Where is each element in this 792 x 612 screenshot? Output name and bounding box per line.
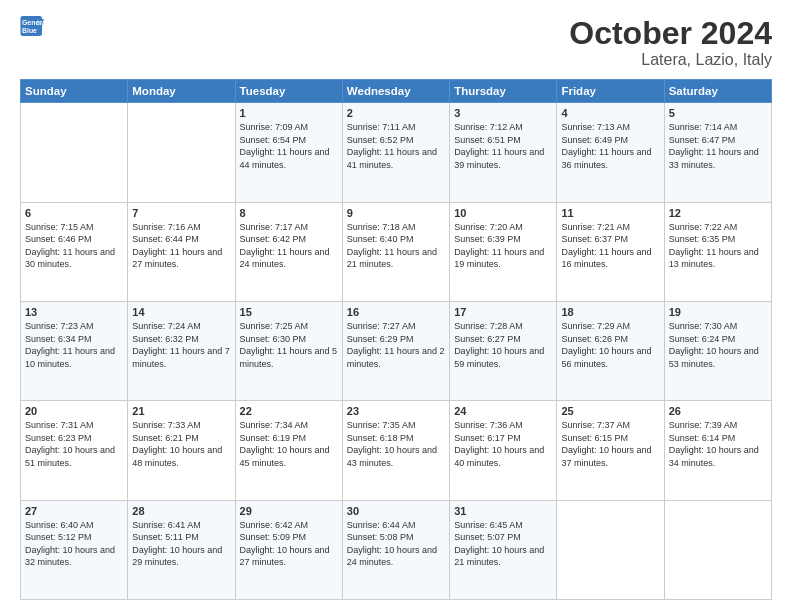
day-info: Sunrise: 7:30 AM Sunset: 6:24 PM Dayligh… [669, 320, 767, 370]
day-number: 18 [561, 306, 659, 318]
day-info: Sunrise: 7:09 AM Sunset: 6:54 PM Dayligh… [240, 121, 338, 171]
weekday-header-tuesday: Tuesday [235, 80, 342, 103]
title-block: October 2024 Latera, Lazio, Italy [569, 16, 772, 69]
weekday-header-thursday: Thursday [450, 80, 557, 103]
day-number: 27 [25, 505, 123, 517]
day-info: Sunrise: 7:28 AM Sunset: 6:27 PM Dayligh… [454, 320, 552, 370]
calendar-page: General Blue October 2024 Latera, Lazio,… [0, 0, 792, 612]
calendar-cell [664, 500, 771, 599]
day-number: 2 [347, 107, 445, 119]
day-number: 14 [132, 306, 230, 318]
calendar-cell: 14Sunrise: 7:24 AM Sunset: 6:32 PM Dayli… [128, 301, 235, 400]
calendar-header: SundayMondayTuesdayWednesdayThursdayFrid… [21, 80, 772, 103]
calendar-cell: 4Sunrise: 7:13 AM Sunset: 6:49 PM Daylig… [557, 103, 664, 202]
calendar-cell: 5Sunrise: 7:14 AM Sunset: 6:47 PM Daylig… [664, 103, 771, 202]
day-info: Sunrise: 6:41 AM Sunset: 5:11 PM Dayligh… [132, 519, 230, 569]
day-number: 1 [240, 107, 338, 119]
calendar-cell: 3Sunrise: 7:12 AM Sunset: 6:51 PM Daylig… [450, 103, 557, 202]
day-info: Sunrise: 7:39 AM Sunset: 6:14 PM Dayligh… [669, 419, 767, 469]
weekday-header-monday: Monday [128, 80, 235, 103]
calendar-week-1: 1Sunrise: 7:09 AM Sunset: 6:54 PM Daylig… [21, 103, 772, 202]
day-info: Sunrise: 6:44 AM Sunset: 5:08 PM Dayligh… [347, 519, 445, 569]
day-info: Sunrise: 7:31 AM Sunset: 6:23 PM Dayligh… [25, 419, 123, 469]
day-info: Sunrise: 7:23 AM Sunset: 6:34 PM Dayligh… [25, 320, 123, 370]
calendar-cell: 11Sunrise: 7:21 AM Sunset: 6:37 PM Dayli… [557, 202, 664, 301]
day-info: Sunrise: 6:45 AM Sunset: 5:07 PM Dayligh… [454, 519, 552, 569]
day-info: Sunrise: 7:25 AM Sunset: 6:30 PM Dayligh… [240, 320, 338, 370]
calendar-cell: 25Sunrise: 7:37 AM Sunset: 6:15 PM Dayli… [557, 401, 664, 500]
day-number: 5 [669, 107, 767, 119]
calendar-cell: 6Sunrise: 7:15 AM Sunset: 6:46 PM Daylig… [21, 202, 128, 301]
day-number: 24 [454, 405, 552, 417]
day-info: Sunrise: 7:14 AM Sunset: 6:47 PM Dayligh… [669, 121, 767, 171]
calendar-week-5: 27Sunrise: 6:40 AM Sunset: 5:12 PM Dayli… [21, 500, 772, 599]
day-info: Sunrise: 7:34 AM Sunset: 6:19 PM Dayligh… [240, 419, 338, 469]
day-info: Sunrise: 7:22 AM Sunset: 6:35 PM Dayligh… [669, 221, 767, 271]
day-info: Sunrise: 6:40 AM Sunset: 5:12 PM Dayligh… [25, 519, 123, 569]
day-info: Sunrise: 7:11 AM Sunset: 6:52 PM Dayligh… [347, 121, 445, 171]
weekday-header-sunday: Sunday [21, 80, 128, 103]
day-number: 22 [240, 405, 338, 417]
weekday-header-saturday: Saturday [664, 80, 771, 103]
calendar-cell: 30Sunrise: 6:44 AM Sunset: 5:08 PM Dayli… [342, 500, 449, 599]
calendar-cell: 10Sunrise: 7:20 AM Sunset: 6:39 PM Dayli… [450, 202, 557, 301]
day-info: Sunrise: 7:17 AM Sunset: 6:42 PM Dayligh… [240, 221, 338, 271]
day-number: 12 [669, 207, 767, 219]
weekday-header-wednesday: Wednesday [342, 80, 449, 103]
calendar-cell: 28Sunrise: 6:41 AM Sunset: 5:11 PM Dayli… [128, 500, 235, 599]
logo: General Blue [20, 16, 44, 36]
day-info: Sunrise: 7:24 AM Sunset: 6:32 PM Dayligh… [132, 320, 230, 370]
logo-icon: General Blue [20, 16, 44, 36]
calendar-cell: 20Sunrise: 7:31 AM Sunset: 6:23 PM Dayli… [21, 401, 128, 500]
day-info: Sunrise: 7:37 AM Sunset: 6:15 PM Dayligh… [561, 419, 659, 469]
day-number: 3 [454, 107, 552, 119]
day-info: Sunrise: 7:16 AM Sunset: 6:44 PM Dayligh… [132, 221, 230, 271]
day-info: Sunrise: 7:18 AM Sunset: 6:40 PM Dayligh… [347, 221, 445, 271]
day-number: 6 [25, 207, 123, 219]
day-number: 8 [240, 207, 338, 219]
calendar-cell: 13Sunrise: 7:23 AM Sunset: 6:34 PM Dayli… [21, 301, 128, 400]
calendar-cell [21, 103, 128, 202]
day-number: 15 [240, 306, 338, 318]
calendar-week-3: 13Sunrise: 7:23 AM Sunset: 6:34 PM Dayli… [21, 301, 772, 400]
weekday-header-friday: Friday [557, 80, 664, 103]
day-info: Sunrise: 7:33 AM Sunset: 6:21 PM Dayligh… [132, 419, 230, 469]
day-info: Sunrise: 7:15 AM Sunset: 6:46 PM Dayligh… [25, 221, 123, 271]
day-number: 30 [347, 505, 445, 517]
calendar-cell: 24Sunrise: 7:36 AM Sunset: 6:17 PM Dayli… [450, 401, 557, 500]
day-number: 31 [454, 505, 552, 517]
day-number: 7 [132, 207, 230, 219]
calendar-cell: 16Sunrise: 7:27 AM Sunset: 6:29 PM Dayli… [342, 301, 449, 400]
day-info: Sunrise: 7:36 AM Sunset: 6:17 PM Dayligh… [454, 419, 552, 469]
calendar-cell: 21Sunrise: 7:33 AM Sunset: 6:21 PM Dayli… [128, 401, 235, 500]
calendar-week-2: 6Sunrise: 7:15 AM Sunset: 6:46 PM Daylig… [21, 202, 772, 301]
day-info: Sunrise: 7:35 AM Sunset: 6:18 PM Dayligh… [347, 419, 445, 469]
day-number: 23 [347, 405, 445, 417]
day-info: Sunrise: 6:42 AM Sunset: 5:09 PM Dayligh… [240, 519, 338, 569]
day-number: 11 [561, 207, 659, 219]
day-info: Sunrise: 7:21 AM Sunset: 6:37 PM Dayligh… [561, 221, 659, 271]
calendar-cell: 15Sunrise: 7:25 AM Sunset: 6:30 PM Dayli… [235, 301, 342, 400]
calendar-cell: 12Sunrise: 7:22 AM Sunset: 6:35 PM Dayli… [664, 202, 771, 301]
calendar-cell: 2Sunrise: 7:11 AM Sunset: 6:52 PM Daylig… [342, 103, 449, 202]
day-number: 16 [347, 306, 445, 318]
calendar-title: October 2024 [569, 16, 772, 51]
calendar-cell: 7Sunrise: 7:16 AM Sunset: 6:44 PM Daylig… [128, 202, 235, 301]
day-number: 25 [561, 405, 659, 417]
calendar-cell: 18Sunrise: 7:29 AM Sunset: 6:26 PM Dayli… [557, 301, 664, 400]
calendar-cell: 8Sunrise: 7:17 AM Sunset: 6:42 PM Daylig… [235, 202, 342, 301]
calendar-cell: 19Sunrise: 7:30 AM Sunset: 6:24 PM Dayli… [664, 301, 771, 400]
header: General Blue October 2024 Latera, Lazio,… [20, 16, 772, 69]
calendar-cell: 17Sunrise: 7:28 AM Sunset: 6:27 PM Dayli… [450, 301, 557, 400]
calendar-week-4: 20Sunrise: 7:31 AM Sunset: 6:23 PM Dayli… [21, 401, 772, 500]
calendar-cell: 22Sunrise: 7:34 AM Sunset: 6:19 PM Dayli… [235, 401, 342, 500]
day-number: 17 [454, 306, 552, 318]
calendar-table: SundayMondayTuesdayWednesdayThursdayFrid… [20, 79, 772, 600]
day-number: 21 [132, 405, 230, 417]
calendar-cell: 31Sunrise: 6:45 AM Sunset: 5:07 PM Dayli… [450, 500, 557, 599]
day-number: 26 [669, 405, 767, 417]
day-info: Sunrise: 7:27 AM Sunset: 6:29 PM Dayligh… [347, 320, 445, 370]
calendar-cell [128, 103, 235, 202]
day-number: 28 [132, 505, 230, 517]
day-info: Sunrise: 7:13 AM Sunset: 6:49 PM Dayligh… [561, 121, 659, 171]
